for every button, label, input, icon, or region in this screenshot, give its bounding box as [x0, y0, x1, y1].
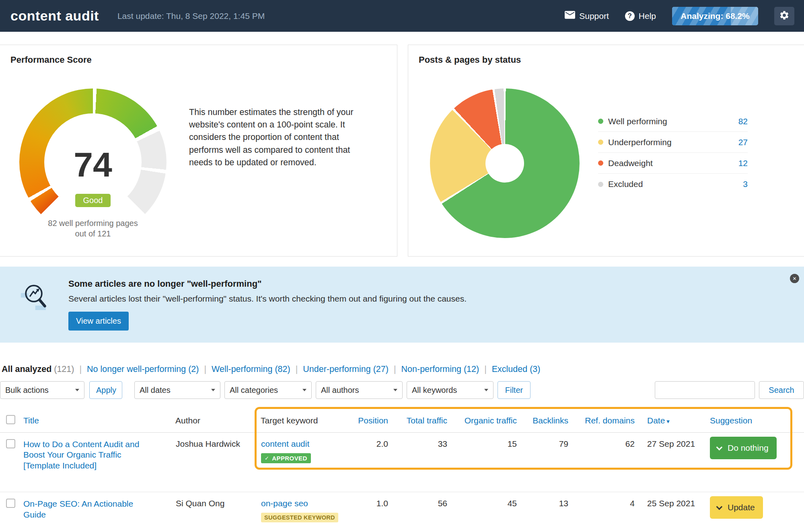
- tab-well-performing[interactable]: Well-performing (82): [212, 364, 290, 374]
- column-header-position[interactable]: Position: [346, 410, 391, 433]
- question-icon: ?: [625, 11, 635, 21]
- status-card-title: Posts & pages by status: [419, 55, 521, 65]
- performance-description: This number estimates the strength of yo…: [189, 106, 362, 169]
- date-cell: 27 Sep 2021: [638, 433, 703, 492]
- analyzing-progress-button[interactable]: Analyzing: 68.2%: [672, 7, 758, 25]
- keywords-select[interactable]: All keywords: [407, 381, 494, 399]
- performance-score-value: 74: [19, 147, 167, 182]
- date-cell: 25 Sep 2021: [638, 492, 703, 532]
- suggestion-button[interactable]: Update: [710, 496, 763, 519]
- chevron-down-icon: [393, 389, 397, 391]
- column-header-total-traffic[interactable]: Total traffic: [391, 410, 450, 433]
- tab-under-performing[interactable]: Under-performing (27): [303, 364, 389, 374]
- ref-domains-cell: 4: [572, 492, 638, 532]
- target-keyword-link[interactable]: on-page seo: [261, 499, 308, 508]
- legend-row-well-performing: Well performing 82: [598, 111, 748, 132]
- performance-score-badge: Good: [75, 194, 111, 207]
- check-icon: ✓: [265, 455, 269, 461]
- legend-row-excluded: Excluded 3: [598, 174, 748, 195]
- chevron-down-icon: [484, 389, 488, 391]
- row-checkbox[interactable]: [6, 499, 15, 508]
- top-navbar: content audit Last update: Thu, 8 Sep 20…: [0, 0, 804, 32]
- column-header-title[interactable]: Title: [18, 410, 175, 433]
- total-traffic-cell: 56: [391, 492, 450, 532]
- view-articles-button[interactable]: View articles: [68, 312, 129, 331]
- sort-desc-icon: ▾: [666, 418, 670, 425]
- column-header-author: Author: [175, 410, 261, 433]
- suggestion-button[interactable]: Do nothing: [710, 437, 777, 459]
- total-traffic-cell: 33: [391, 433, 450, 492]
- column-header-backlinks[interactable]: Backlinks: [520, 410, 572, 433]
- author-cell: Joshua Hardwick: [175, 433, 261, 492]
- banner-title: Some articles are no longer "well-perfor…: [68, 279, 467, 289]
- author-cell: Si Quan Ong: [175, 492, 261, 532]
- article-title-link[interactable]: How to Do a Content Audit and Boost Your…: [23, 439, 144, 471]
- chevron-down-icon: [211, 389, 215, 391]
- table-controls: Bulk actions Apply All dates All categor…: [0, 381, 804, 399]
- backlinks-cell: 79: [520, 433, 572, 492]
- notification-banner: Some articles are no longer "well-perfor…: [0, 267, 804, 343]
- chevron-down-icon: [75, 389, 79, 391]
- column-header-date[interactable]: Date▾: [638, 410, 703, 433]
- settings-button[interactable]: [774, 7, 794, 25]
- table-header-row: Title Author Target keyword Position Tot…: [0, 410, 804, 433]
- close-icon[interactable]: ✕: [790, 274, 799, 283]
- column-header-target-keyword: Target keyword: [261, 410, 346, 433]
- search-input[interactable]: [655, 381, 755, 399]
- position-cell: 2.0: [346, 433, 391, 492]
- row-checkbox[interactable]: [6, 439, 15, 448]
- article-title-link[interactable]: On-Page SEO: An Actionable Guide: [23, 499, 144, 520]
- gear-icon: [779, 10, 790, 22]
- suggested-keyword-badge: SUGGESTED KEYWORD: [261, 513, 338, 522]
- performance-score-caption: 82 well performing pages out of 121: [8, 218, 178, 239]
- status-legend: Well performing 82 Underperforming 27 De…: [598, 111, 748, 195]
- magnifier-trend-icon: [20, 281, 51, 316]
- envelope-icon: [565, 11, 575, 21]
- status-breakdown-card: Posts & pages by status Well performing …: [408, 45, 804, 257]
- chevron-down-icon: [302, 389, 306, 391]
- position-cell: 1.0: [346, 492, 391, 532]
- tab-excluded[interactable]: Excluded (3): [492, 364, 541, 374]
- app-logo: content audit: [10, 8, 99, 24]
- summary-cards: Performance Score 74 Good 82 well perfor…: [0, 45, 804, 257]
- bulk-actions-select[interactable]: Bulk actions: [0, 381, 84, 399]
- filter-button[interactable]: Filter: [498, 381, 531, 399]
- legend-dot: [598, 182, 603, 187]
- backlinks-cell: 13: [520, 492, 572, 532]
- table-row: How to Do a Content Audit and Boost Your…: [0, 433, 804, 492]
- dates-select[interactable]: All dates: [134, 381, 220, 399]
- select-all-checkbox[interactable]: [6, 415, 15, 424]
- status-filter-tabs: All analyzed (121) | No longer well-perf…: [0, 364, 804, 374]
- chevron-down-icon: [716, 444, 723, 450]
- column-header-organic-traffic[interactable]: Organic traffic: [450, 410, 520, 433]
- content-table-section: Title Author Target keyword Position Tot…: [0, 410, 804, 532]
- performance-score-card: Performance Score 74 Good 82 well perfor…: [0, 45, 397, 257]
- legend-row-underperforming: Underperforming 27: [598, 132, 748, 153]
- ref-domains-cell: 62: [572, 433, 638, 492]
- content-table: Title Author Target keyword Position Tot…: [0, 410, 804, 532]
- tab-non-performing[interactable]: Non-performing (12): [401, 364, 479, 374]
- column-header-ref-domains[interactable]: Ref. domains: [572, 410, 638, 433]
- banner-body: Several articles lost their "well-perfor…: [68, 294, 467, 304]
- organic-traffic-cell: 15: [450, 433, 520, 492]
- tab-no-longer-well-performing[interactable]: No longer well-performing (2): [87, 364, 199, 374]
- help-link[interactable]: ? Help: [625, 11, 656, 21]
- table-row: On-Page SEO: An Actionable Guide Si Quan…: [0, 492, 804, 532]
- status-donut-chart: [430, 88, 580, 238]
- target-keyword-link[interactable]: content audit: [261, 439, 309, 448]
- organic-traffic-cell: 45: [450, 492, 520, 532]
- support-link[interactable]: Support: [565, 11, 609, 21]
- tab-all-analyzed[interactable]: All analyzed (121): [2, 364, 74, 374]
- search-button[interactable]: Search: [759, 381, 804, 399]
- apply-button[interactable]: Apply: [89, 381, 122, 399]
- column-header-suggestion[interactable]: Suggestion: [703, 410, 804, 433]
- legend-dot: [598, 140, 603, 145]
- categories-select[interactable]: All categories: [224, 381, 312, 399]
- approved-badge: ✓ APPROVED: [261, 453, 311, 463]
- authors-select[interactable]: All authors: [316, 381, 403, 399]
- last-update-text: Last update: Thu, 8 Sep 2022, 1:45 PM: [117, 11, 265, 21]
- performance-card-title: Performance Score: [10, 55, 92, 65]
- legend-dot: [598, 119, 603, 124]
- legend-row-deadweight: Deadweight 12: [598, 153, 748, 174]
- legend-dot: [598, 160, 603, 166]
